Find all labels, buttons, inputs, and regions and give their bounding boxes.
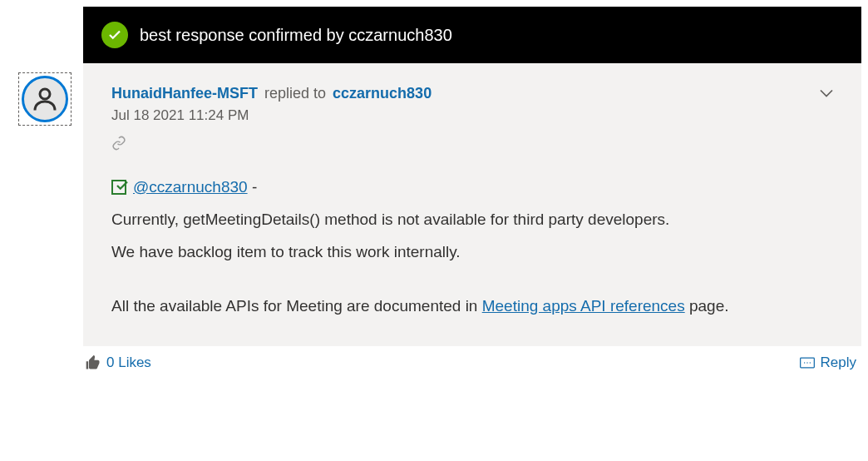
post-body: HunaidHanfee-MSFT replied to cczarnuch83… bbox=[83, 63, 861, 346]
chevron-down-icon bbox=[815, 82, 838, 105]
resolved-check-icon bbox=[111, 180, 126, 195]
svg-point-4 bbox=[809, 362, 810, 363]
post-footer: 0 Likes Reply bbox=[83, 346, 861, 371]
mention-row: @cczarnuch830 - bbox=[111, 172, 833, 201]
mention-link[interactable]: @cczarnuch830 bbox=[133, 178, 248, 196]
body-line-1: Currently, getMeetingDetails() method is… bbox=[111, 205, 833, 234]
post-header: HunaidHanfee-MSFT replied to cczarnuch83… bbox=[111, 85, 833, 102]
replied-to-label: replied to bbox=[264, 85, 326, 102]
likes-count: 0 Likes bbox=[106, 354, 151, 371]
collapse-toggle[interactable] bbox=[815, 82, 838, 108]
mention-suffix: - bbox=[252, 178, 257, 196]
api-reference-link[interactable]: Meeting apps API references bbox=[482, 297, 685, 315]
link-icon bbox=[111, 136, 126, 151]
timestamp: Jul 18 2021 11:24 PM bbox=[111, 107, 833, 124]
avatar-container bbox=[18, 72, 72, 126]
body-line-3: All the available APIs for Meeting are d… bbox=[111, 291, 833, 320]
checkmark-badge-icon bbox=[101, 22, 128, 48]
reply-icon bbox=[799, 356, 816, 369]
body-line-2: We have backlog item to track this work … bbox=[111, 237, 833, 266]
svg-point-0 bbox=[40, 89, 50, 99]
post-container: best response confirmed by cczarnuch830 … bbox=[83, 7, 861, 371]
author-link[interactable]: HunaidHanfee-MSFT bbox=[111, 85, 258, 102]
person-icon bbox=[30, 84, 60, 114]
body-line-3-suffix: page. bbox=[685, 297, 729, 315]
user-avatar[interactable] bbox=[22, 76, 68, 122]
likes-button[interactable]: 0 Likes bbox=[85, 354, 151, 371]
best-response-banner: best response confirmed by cczarnuch830 bbox=[83, 7, 861, 63]
thumbs-up-icon bbox=[85, 354, 101, 371]
reply-button[interactable]: Reply bbox=[799, 354, 856, 371]
reply-label: Reply bbox=[821, 354, 856, 371]
post-content: @cczarnuch830 - Currently, getMeetingDet… bbox=[111, 172, 833, 321]
svg-point-2 bbox=[804, 362, 805, 363]
banner-text: best response confirmed by cczarnuch830 bbox=[140, 26, 452, 45]
permalink-button[interactable] bbox=[111, 136, 833, 154]
body-line-3-prefix: All the available APIs for Meeting are d… bbox=[111, 297, 482, 315]
target-user-link[interactable]: cczarnuch830 bbox=[333, 85, 432, 102]
svg-point-3 bbox=[806, 362, 807, 363]
